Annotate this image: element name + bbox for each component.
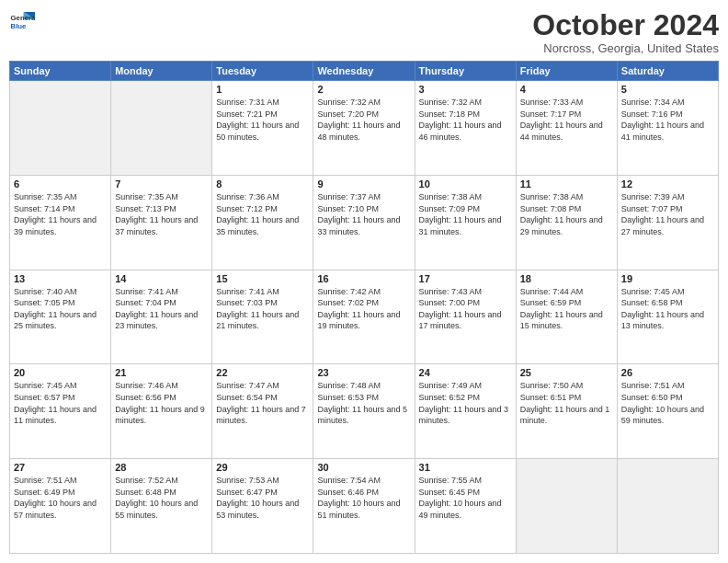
day-number: 30 [317,462,410,473]
day-number: 14 [115,273,208,284]
day-number: 6 [14,178,107,190]
calendar-cell: 20Sunrise: 7:45 AM Sunset: 6:57 PM Dayli… [10,364,111,459]
calendar-cell [111,81,212,176]
day-number: 12 [621,178,714,190]
calendar-cell: 30Sunrise: 7:54 AM Sunset: 6:46 PM Dayli… [313,459,415,554]
cell-info: Sunrise: 7:46 AM Sunset: 6:56 PM Dayligh… [115,380,208,426]
day-number: 31 [419,462,512,473]
cell-info: Sunrise: 7:54 AM Sunset: 6:46 PM Dayligh… [317,475,410,521]
day-number: 24 [419,367,512,378]
day-number: 1 [216,84,309,95]
calendar-cell: 10Sunrise: 7:38 AM Sunset: 7:09 PM Dayli… [415,175,516,270]
page: General Blue October 2024 Norcross, Geor… [0,0,728,563]
calendar-cell [516,459,617,554]
calendar-cell [10,81,111,176]
weekday-header: Saturday [617,62,718,81]
calendar-cell: 14Sunrise: 7:41 AM Sunset: 7:04 PM Dayli… [111,270,212,364]
calendar-cell: 4Sunrise: 7:33 AM Sunset: 7:17 PM Daylig… [516,81,617,176]
calendar-cell: 25Sunrise: 7:50 AM Sunset: 6:51 PM Dayli… [516,364,617,459]
cell-info: Sunrise: 7:39 AM Sunset: 7:07 PM Dayligh… [621,191,714,237]
cell-info: Sunrise: 7:38 AM Sunset: 7:09 PM Dayligh… [419,191,512,237]
weekday-header: Wednesday [313,62,415,81]
cell-info: Sunrise: 7:41 AM Sunset: 7:04 PM Dayligh… [115,286,208,332]
cell-info: Sunrise: 7:36 AM Sunset: 7:12 PM Dayligh… [216,191,309,237]
cell-info: Sunrise: 7:48 AM Sunset: 6:53 PM Dayligh… [317,380,410,426]
cell-info: Sunrise: 7:50 AM Sunset: 6:51 PM Dayligh… [520,380,613,426]
calendar-cell: 1Sunrise: 7:31 AM Sunset: 7:21 PM Daylig… [212,81,313,176]
day-number: 21 [115,367,208,378]
day-number: 19 [621,273,714,284]
calendar-cell: 9Sunrise: 7:37 AM Sunset: 7:10 PM Daylig… [313,175,415,270]
day-number: 2 [317,84,410,95]
svg-text:Blue: Blue [11,22,28,30]
day-number: 10 [419,178,512,190]
day-number: 16 [317,273,410,284]
svg-text:General: General [11,14,35,22]
calendar-cell: 23Sunrise: 7:48 AM Sunset: 6:53 PM Dayli… [313,364,415,459]
day-number: 22 [216,367,309,378]
calendar-week-row: 6Sunrise: 7:35 AM Sunset: 7:14 PM Daylig… [10,175,719,270]
day-number: 25 [520,367,613,378]
calendar-cell: 2Sunrise: 7:32 AM Sunset: 7:20 PM Daylig… [313,81,415,176]
weekday-header: Monday [111,62,212,81]
cell-info: Sunrise: 7:53 AM Sunset: 6:47 PM Dayligh… [216,475,309,521]
day-number: 7 [115,178,208,190]
cell-info: Sunrise: 7:42 AM Sunset: 7:02 PM Dayligh… [317,286,410,332]
calendar-cell [617,459,718,554]
calendar-cell: 17Sunrise: 7:43 AM Sunset: 7:00 PM Dayli… [415,270,516,364]
cell-info: Sunrise: 7:55 AM Sunset: 6:45 PM Dayligh… [419,475,512,521]
calendar-cell: 28Sunrise: 7:52 AM Sunset: 6:48 PM Dayli… [111,459,212,554]
day-number: 17 [419,273,512,284]
calendar-week-row: 20Sunrise: 7:45 AM Sunset: 6:57 PM Dayli… [10,364,719,459]
day-number: 26 [621,367,714,378]
cell-info: Sunrise: 7:41 AM Sunset: 7:03 PM Dayligh… [216,286,309,332]
calendar-cell: 12Sunrise: 7:39 AM Sunset: 7:07 PM Dayli… [617,175,718,270]
day-number: 29 [216,462,309,473]
weekday-header: Friday [516,62,617,81]
cell-info: Sunrise: 7:32 AM Sunset: 7:18 PM Dayligh… [419,97,512,143]
calendar-cell: 31Sunrise: 7:55 AM Sunset: 6:45 PM Dayli… [415,459,516,554]
cell-info: Sunrise: 7:37 AM Sunset: 7:10 PM Dayligh… [317,191,410,237]
month-title: October 2024 [532,9,719,41]
day-number: 9 [317,178,410,190]
calendar-cell: 3Sunrise: 7:32 AM Sunset: 7:18 PM Daylig… [415,81,516,176]
day-number: 11 [520,178,613,190]
weekday-header: Sunday [10,62,111,81]
calendar-cell: 22Sunrise: 7:47 AM Sunset: 6:54 PM Dayli… [212,364,313,459]
calendar-cell: 13Sunrise: 7:40 AM Sunset: 7:05 PM Dayli… [10,270,111,364]
day-number: 20 [14,367,107,378]
weekday-header-row: SundayMondayTuesdayWednesdayThursdayFrid… [10,62,719,81]
calendar-cell: 5Sunrise: 7:34 AM Sunset: 7:16 PM Daylig… [617,81,718,176]
calendar-cell: 29Sunrise: 7:53 AM Sunset: 6:47 PM Dayli… [212,459,313,554]
title-block: October 2024 Norcross, Georgia, United S… [532,9,719,55]
cell-info: Sunrise: 7:40 AM Sunset: 7:05 PM Dayligh… [14,286,107,332]
cell-info: Sunrise: 7:35 AM Sunset: 7:13 PM Dayligh… [115,191,208,237]
day-number: 28 [115,462,208,473]
cell-info: Sunrise: 7:45 AM Sunset: 6:57 PM Dayligh… [14,380,107,426]
cell-info: Sunrise: 7:43 AM Sunset: 7:00 PM Dayligh… [419,286,512,332]
day-number: 18 [520,273,613,284]
day-number: 8 [216,178,309,190]
day-number: 23 [317,367,410,378]
header: General Blue October 2024 Norcross, Geor… [9,9,719,55]
cell-info: Sunrise: 7:47 AM Sunset: 6:54 PM Dayligh… [216,380,309,426]
cell-info: Sunrise: 7:32 AM Sunset: 7:20 PM Dayligh… [317,97,410,143]
calendar-cell: 15Sunrise: 7:41 AM Sunset: 7:03 PM Dayli… [212,270,313,364]
calendar-week-row: 1Sunrise: 7:31 AM Sunset: 7:21 PM Daylig… [10,81,719,176]
day-number: 3 [419,84,512,95]
cell-info: Sunrise: 7:34 AM Sunset: 7:16 PM Dayligh… [621,97,714,143]
calendar-week-row: 13Sunrise: 7:40 AM Sunset: 7:05 PM Dayli… [10,270,719,364]
day-number: 4 [520,84,613,95]
cell-info: Sunrise: 7:38 AM Sunset: 7:08 PM Dayligh… [520,191,613,237]
calendar-week-row: 27Sunrise: 7:51 AM Sunset: 6:49 PM Dayli… [10,459,719,554]
day-number: 5 [621,84,714,95]
logo: General Blue [9,9,35,35]
calendar-cell: 26Sunrise: 7:51 AM Sunset: 6:50 PM Dayli… [617,364,718,459]
logo-icon: General Blue [9,9,35,35]
day-number: 27 [14,462,107,473]
calendar-table: SundayMondayTuesdayWednesdayThursdayFrid… [9,61,719,554]
location: Norcross, Georgia, United States [532,41,719,55]
weekday-header: Tuesday [212,62,313,81]
day-number: 15 [216,273,309,284]
calendar-cell: 27Sunrise: 7:51 AM Sunset: 6:49 PM Dayli… [10,459,111,554]
